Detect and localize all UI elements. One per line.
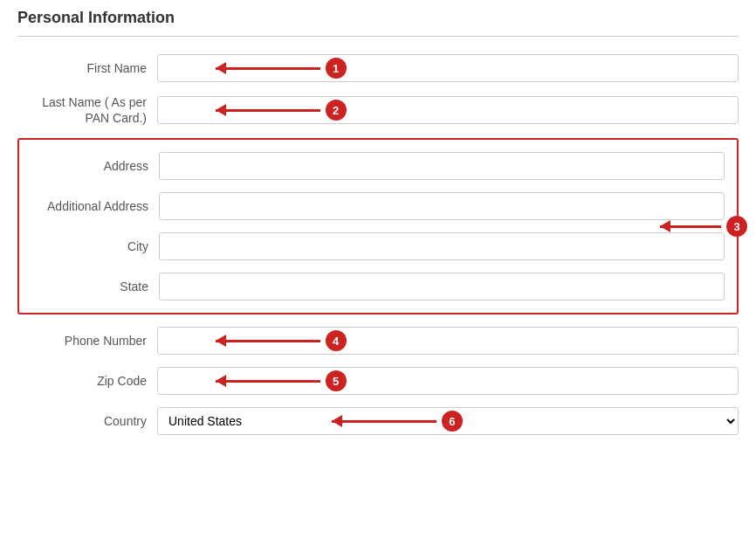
first-name-row: First Name 1 (17, 54, 739, 82)
zip-code-label: Zip Code (17, 373, 157, 389)
address-section-wrapper: Address Additional Address City State (17, 138, 739, 314)
zip-code-row: Zip Code 5 (17, 367, 739, 395)
country-row: Country United States Canada United King… (17, 407, 739, 435)
additional-address-input[interactable] (159, 192, 725, 220)
last-name-input[interactable] (157, 96, 739, 124)
additional-address-label: Additional Address (19, 198, 159, 214)
city-input[interactable] (159, 232, 725, 260)
city-row: City (19, 232, 725, 260)
phone-number-label: Phone Number (17, 333, 157, 349)
address-row: Address (19, 152, 725, 180)
phone-number-input[interactable] (157, 327, 739, 355)
phone-number-input-wrapper: 4 (157, 327, 739, 355)
state-label: State (19, 279, 159, 294)
page-title: Personal Information (17, 9, 739, 37)
address-input[interactable] (159, 152, 725, 180)
page-container: Personal Information First Name 1 Last N… (0, 0, 756, 465)
additional-address-row: Additional Address (19, 192, 725, 220)
country-input-wrapper: United States Canada United Kingdom Aust… (157, 407, 739, 435)
country-label: Country (17, 413, 157, 429)
state-input[interactable] (159, 273, 725, 301)
city-label: City (19, 238, 159, 254)
last-name-label: Last Name ( As per PAN Card.) (17, 94, 157, 126)
last-name-row: Last Name ( As per PAN Card.) 2 (17, 94, 739, 126)
phone-number-row: Phone Number 4 (17, 327, 739, 355)
zip-code-input[interactable] (157, 367, 739, 395)
address-label: Address (19, 158, 159, 174)
first-name-input[interactable] (157, 54, 739, 82)
address-section: Address Additional Address City State (17, 138, 739, 314)
zip-code-input-wrapper: 5 (157, 367, 739, 395)
first-name-label: First Name (17, 60, 157, 76)
last-name-input-wrapper: 2 (157, 96, 739, 124)
country-select[interactable]: United States Canada United Kingdom Aust… (157, 407, 739, 435)
state-row: State (19, 273, 725, 301)
first-name-input-wrapper: 1 (157, 54, 739, 82)
